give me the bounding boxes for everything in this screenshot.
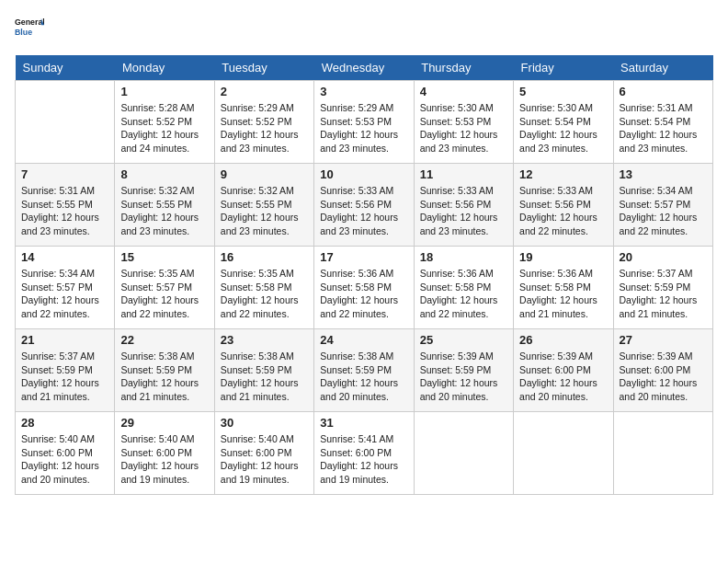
day-number: 27 [620,333,707,347]
svg-text:Blue: Blue [15,28,32,37]
day-info: Sunrise: 5:32 AM Sunset: 5:55 PM Dayligh… [221,184,308,238]
day-info: Sunrise: 5:40 AM Sunset: 6:00 PM Dayligh… [221,432,308,487]
day-info: Sunrise: 5:36 AM Sunset: 5:58 PM Dayligh… [420,267,507,321]
column-header-monday: Monday [115,55,214,81]
calendar-cell: 5Sunrise: 5:30 AM Sunset: 5:54 PM Daylig… [514,81,613,164]
calendar-cell: 4Sunrise: 5:30 AM Sunset: 5:53 PM Daylig… [414,81,513,164]
calendar-cell: 28Sunrise: 5:40 AM Sunset: 6:00 PM Dayli… [16,412,115,495]
calendar-cell: 13Sunrise: 5:34 AM Sunset: 5:57 PM Dayli… [613,164,712,247]
day-info: Sunrise: 5:39 AM Sunset: 5:59 PM Dayligh… [420,350,507,404]
calendar-cell: 18Sunrise: 5:36 AM Sunset: 5:58 PM Dayli… [414,247,513,329]
day-info: Sunrise: 5:29 AM Sunset: 5:52 PM Dayligh… [221,101,308,155]
day-number: 11 [420,167,507,181]
calendar-cell: 29Sunrise: 5:40 AM Sunset: 6:00 PM Dayli… [115,412,214,495]
day-number: 30 [221,416,308,430]
calendar-week-row: 21Sunrise: 5:37 AM Sunset: 5:59 PM Dayli… [16,329,713,412]
calendar-cell: 17Sunrise: 5:36 AM Sunset: 5:58 PM Dayli… [314,247,414,329]
calendar-table: SundayMondayTuesdayWednesdayThursdayFrid… [15,55,713,495]
day-info: Sunrise: 5:33 AM Sunset: 5:56 PM Dayligh… [519,184,607,238]
calendar-cell: 10Sunrise: 5:33 AM Sunset: 5:56 PM Dayli… [314,164,414,247]
day-number: 21 [21,333,108,347]
day-info: Sunrise: 5:34 AM Sunset: 5:57 PM Dayligh… [620,184,707,238]
day-number: 18 [420,250,507,264]
column-header-wednesday: Wednesday [314,55,414,81]
day-info: Sunrise: 5:36 AM Sunset: 5:58 PM Dayligh… [519,267,607,321]
column-header-tuesday: Tuesday [214,55,313,81]
day-info: Sunrise: 5:29 AM Sunset: 5:53 PM Dayligh… [320,101,407,155]
day-info: Sunrise: 5:35 AM Sunset: 5:57 PM Dayligh… [120,267,208,321]
calendar-week-row: 28Sunrise: 5:40 AM Sunset: 6:00 PM Dayli… [16,412,713,495]
day-number: 9 [221,167,308,181]
day-info: Sunrise: 5:30 AM Sunset: 5:53 PM Dayligh… [420,101,507,155]
calendar-cell: 24Sunrise: 5:38 AM Sunset: 5:59 PM Dayli… [314,329,414,412]
day-number: 15 [120,250,208,264]
day-number: 10 [320,167,407,181]
day-number: 3 [320,85,407,98]
day-info: Sunrise: 5:33 AM Sunset: 5:56 PM Dayligh… [420,184,507,238]
calendar-cell: 16Sunrise: 5:35 AM Sunset: 5:58 PM Dayli… [214,247,313,329]
day-number: 19 [519,250,607,264]
calendar-cell [613,412,712,495]
column-header-friday: Friday [514,55,613,81]
calendar-cell: 1Sunrise: 5:28 AM Sunset: 5:52 PM Daylig… [115,81,214,164]
calendar-cell: 21Sunrise: 5:37 AM Sunset: 5:59 PM Dayli… [16,329,115,412]
day-info: Sunrise: 5:31 AM Sunset: 5:55 PM Dayligh… [21,184,108,238]
day-number: 8 [120,167,208,181]
day-info: Sunrise: 5:32 AM Sunset: 5:55 PM Dayligh… [120,184,208,238]
calendar-cell: 3Sunrise: 5:29 AM Sunset: 5:53 PM Daylig… [314,81,414,164]
calendar-cell: 23Sunrise: 5:38 AM Sunset: 5:59 PM Dayli… [214,329,313,412]
day-number: 20 [620,250,707,264]
calendar-cell: 8Sunrise: 5:32 AM Sunset: 5:55 PM Daylig… [115,164,214,247]
calendar-cell: 6Sunrise: 5:31 AM Sunset: 5:54 PM Daylig… [613,81,712,164]
calendar-cell [16,81,115,164]
day-info: Sunrise: 5:40 AM Sunset: 6:00 PM Dayligh… [120,432,208,487]
day-info: Sunrise: 5:39 AM Sunset: 6:00 PM Dayligh… [519,350,607,404]
calendar-week-row: 14Sunrise: 5:34 AM Sunset: 5:57 PM Dayli… [16,247,713,329]
day-info: Sunrise: 5:37 AM Sunset: 5:59 PM Dayligh… [21,350,108,404]
calendar-cell: 27Sunrise: 5:39 AM Sunset: 6:00 PM Dayli… [613,329,712,412]
day-number: 7 [21,167,108,181]
day-info: Sunrise: 5:41 AM Sunset: 6:00 PM Dayligh… [320,432,407,487]
day-number: 25 [420,333,507,347]
day-number: 24 [320,333,407,347]
calendar-cell: 11Sunrise: 5:33 AM Sunset: 5:56 PM Dayli… [414,164,513,247]
day-info: Sunrise: 5:38 AM Sunset: 5:59 PM Dayligh… [221,350,308,404]
calendar-cell [414,412,513,495]
calendar-cell: 19Sunrise: 5:36 AM Sunset: 5:58 PM Dayli… [514,247,613,329]
day-info: Sunrise: 5:40 AM Sunset: 6:00 PM Dayligh… [21,432,108,487]
day-number: 16 [221,250,308,264]
calendar-cell [514,412,613,495]
day-info: Sunrise: 5:38 AM Sunset: 5:59 PM Dayligh… [320,350,407,404]
day-info: Sunrise: 5:37 AM Sunset: 5:59 PM Dayligh… [620,267,707,321]
day-number: 28 [21,416,108,430]
day-info: Sunrise: 5:35 AM Sunset: 5:58 PM Dayligh… [221,267,308,321]
calendar-week-row: 7Sunrise: 5:31 AM Sunset: 5:55 PM Daylig… [16,164,713,247]
column-header-sunday: Sunday [16,55,115,81]
calendar-cell: 12Sunrise: 5:33 AM Sunset: 5:56 PM Dayli… [514,164,613,247]
day-number: 13 [620,167,707,181]
day-info: Sunrise: 5:38 AM Sunset: 5:59 PM Dayligh… [120,350,208,404]
calendar-cell: 30Sunrise: 5:40 AM Sunset: 6:00 PM Dayli… [214,412,313,495]
logo-icon: General Blue [15,15,44,44]
calendar-cell: 14Sunrise: 5:34 AM Sunset: 5:57 PM Dayli… [16,247,115,329]
day-number: 14 [21,250,108,264]
calendar-cell: 2Sunrise: 5:29 AM Sunset: 5:52 PM Daylig… [214,81,313,164]
day-number: 4 [420,85,507,98]
day-info: Sunrise: 5:33 AM Sunset: 5:56 PM Dayligh… [320,184,407,238]
day-number: 26 [519,333,607,347]
calendar-cell: 9Sunrise: 5:32 AM Sunset: 5:55 PM Daylig… [214,164,313,247]
day-info: Sunrise: 5:34 AM Sunset: 5:57 PM Dayligh… [21,267,108,321]
svg-text:General: General [15,17,44,27]
day-number: 17 [320,250,407,264]
day-info: Sunrise: 5:31 AM Sunset: 5:54 PM Dayligh… [620,101,707,155]
column-header-saturday: Saturday [613,55,712,81]
day-number: 6 [620,85,707,98]
calendar-cell: 25Sunrise: 5:39 AM Sunset: 5:59 PM Dayli… [414,329,513,412]
day-number: 29 [120,416,208,430]
page-header: General Blue [15,15,713,44]
calendar-cell: 22Sunrise: 5:38 AM Sunset: 5:59 PM Dayli… [115,329,214,412]
day-number: 22 [120,333,208,347]
day-number: 5 [519,85,607,98]
calendar-header-row: SundayMondayTuesdayWednesdayThursdayFrid… [16,55,713,81]
column-header-thursday: Thursday [414,55,513,81]
